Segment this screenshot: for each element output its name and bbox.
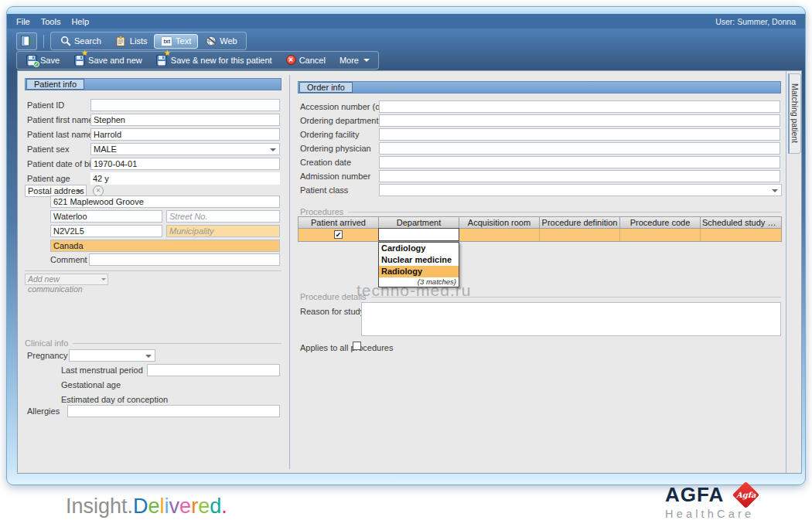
patient-first-name-input[interactable] xyxy=(90,114,280,126)
logo-letter: e xyxy=(148,495,160,518)
ordering-department-label: Ordering department xyxy=(300,116,379,125)
text-button-label: Text xyxy=(176,36,191,46)
address-municipality-input[interactable] xyxy=(166,225,280,237)
save-new-patient-icon: ★ xyxy=(156,54,168,66)
search-icon xyxy=(60,36,71,47)
column-header-department[interactable]: Department xyxy=(379,217,459,229)
creation-date-label: Creation date xyxy=(300,158,351,167)
address-city-input[interactable] xyxy=(50,210,162,223)
delivered-text: Delivered. xyxy=(133,495,227,518)
lists-button[interactable]: Lists xyxy=(108,33,155,49)
patient-info-header: Patient info xyxy=(25,78,281,90)
ordering-physician-input[interactable] xyxy=(379,142,780,155)
cell-acquisition-room xyxy=(459,229,540,241)
agfa-script-text: Agfa xyxy=(736,491,756,499)
patient-arrived-checkbox[interactable]: ✔ xyxy=(334,230,343,239)
chevron-down-icon xyxy=(772,189,778,196)
comment-input[interactable] xyxy=(89,253,280,266)
address-postal-code-input[interactable] xyxy=(50,225,162,237)
cancel-button[interactable]: ✕ Cancel xyxy=(279,53,333,67)
logo-letter: d xyxy=(210,495,221,518)
remove-address-icon[interactable]: ✕ xyxy=(93,185,104,196)
healthcare-wordmark: HealthCare xyxy=(665,508,760,520)
address-street-input[interactable] xyxy=(50,196,280,208)
admission-number-input[interactable] xyxy=(379,170,780,182)
dropdown-option-nuclear-medicine[interactable]: Nuclear medicine xyxy=(379,254,459,266)
save-new-for-patient-button[interactable]: ★ Save & new for this patient xyxy=(149,52,279,68)
star-badge-icon: ★ xyxy=(81,49,88,57)
logo-letter: . xyxy=(221,495,227,518)
add-communication-placeholder: Add new communication xyxy=(28,274,83,294)
column-header-patient-arrived[interactable]: Patient arrived xyxy=(299,217,379,229)
applies-to-all-label: Applies to all procedures xyxy=(300,343,393,352)
allergies-label: Allergies xyxy=(27,406,60,416)
patient-sex-select[interactable]: MALE xyxy=(90,143,280,155)
tab-order-info[interactable]: Order info xyxy=(299,82,353,93)
search-button[interactable]: Search xyxy=(53,33,108,49)
globe-icon xyxy=(205,36,217,47)
last-menstrual-period-input[interactable] xyxy=(147,364,280,376)
new-form-icon xyxy=(21,36,32,47)
divider xyxy=(348,212,781,212)
panel-divider xyxy=(289,75,290,469)
cell-patient-arrived: ✔ xyxy=(299,229,379,241)
dropdown-option-radiology[interactable]: Radiology xyxy=(379,266,459,277)
ordering-physician-label: Ordering physician xyxy=(300,144,371,153)
ordering-department-input[interactable] xyxy=(379,114,780,127)
department-editor-input[interactable] xyxy=(378,228,459,241)
page: File Tools Help User: Summer, Donna xyxy=(0,0,812,527)
logo-letter: r xyxy=(191,495,198,518)
column-header-procedure-code[interactable]: Procedure code xyxy=(620,217,701,229)
tab-matching-patient[interactable]: Matching patient xyxy=(788,73,801,154)
text-button[interactable]: txt Text xyxy=(154,34,198,49)
new-order-button[interactable] xyxy=(16,32,37,50)
side-tab-divider xyxy=(786,71,786,473)
patient-first-name-label: Patient first name xyxy=(27,115,94,124)
save-button[interactable]: ✔ Save xyxy=(19,52,67,68)
accession-number-input[interactable] xyxy=(379,100,780,113)
pregnancy-select[interactable] xyxy=(69,349,155,362)
column-header-procedure-definition[interactable]: Procedure definition xyxy=(540,217,620,229)
web-button-label: Web xyxy=(220,36,237,46)
action-button-group: ✔ Save ★ Save and new xyxy=(16,51,379,70)
patient-sex-value: MALE xyxy=(94,144,117,154)
save-icon: ✔ xyxy=(26,54,37,66)
save-and-new-button[interactable]: ★ Save and new xyxy=(67,52,149,68)
star-badge-icon: ★ xyxy=(164,49,171,57)
save-and-new-button-label: Save and new xyxy=(88,56,142,65)
web-button[interactable]: Web xyxy=(198,33,244,49)
patient-id-input[interactable] xyxy=(90,99,280,111)
procedure-row[interactable]: ✔ xyxy=(299,229,781,241)
toolbar-separator xyxy=(43,35,44,48)
reason-for-study-textarea[interactable] xyxy=(361,302,781,336)
allergies-input[interactable] xyxy=(67,405,280,417)
column-header-acquisition-room[interactable]: Acquisition room xyxy=(459,217,540,229)
nav-button-group: Search Lists txt Text xyxy=(50,32,247,50)
menu-help[interactable]: Help xyxy=(71,17,89,26)
column-header-scheduled-study[interactable]: Scheduled study date/ti... xyxy=(701,217,781,229)
more-button[interactable]: More xyxy=(333,53,377,67)
ordering-facility-label: Ordering facility xyxy=(300,130,359,139)
patient-age-label: Patient age xyxy=(27,174,70,183)
tab-patient-info[interactable]: Patient info xyxy=(26,79,84,90)
applies-to-all-checkbox[interactable] xyxy=(353,342,361,350)
ordering-facility-input[interactable] xyxy=(379,128,780,141)
patient-last-name-input[interactable] xyxy=(90,128,280,141)
save-new-for-patient-label: Save & new for this patient xyxy=(171,56,272,65)
patient-dob-input[interactable] xyxy=(90,158,280,170)
patient-class-select[interactable] xyxy=(379,184,782,196)
address-country-input[interactable] xyxy=(50,240,280,252)
logo-letter: v xyxy=(169,495,180,518)
department-dropdown: Cardiology Nuclear medicine Radiology (3… xyxy=(378,242,459,287)
cell-procedure-code xyxy=(620,229,701,241)
menu-file[interactable]: File xyxy=(16,17,30,26)
dropdown-option-cardiology[interactable]: Cardiology xyxy=(379,243,459,254)
divider xyxy=(73,343,281,344)
address-type-value: Postal address xyxy=(28,186,84,196)
logo-letter: e xyxy=(179,495,191,518)
creation-date-input[interactable] xyxy=(379,156,780,168)
add-communication-control[interactable]: Add new communication xyxy=(25,274,108,285)
address-street-no-input[interactable] xyxy=(166,210,280,223)
menubar: File Tools Help User: Summer, Donna xyxy=(7,14,805,29)
menu-tools[interactable]: Tools xyxy=(41,17,61,26)
